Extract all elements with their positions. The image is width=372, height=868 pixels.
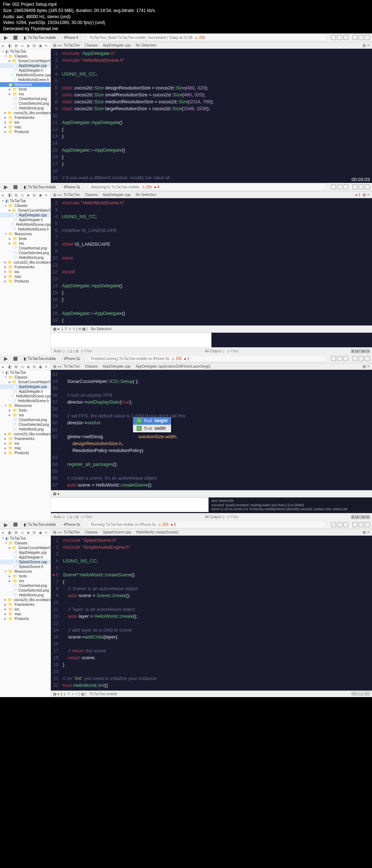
folder-Classes[interactable]: ▼Classes [0, 375, 50, 380]
project-navigator[interactable]: ▸◧⊞⚠◈⊟◉≡▼◧ TicTacToe▼Classes▶SonarCocosH… [0, 529, 51, 697]
folder-Frameworks[interactable]: ▶Frameworks [0, 115, 50, 120]
filter-input[interactable]: ⊙ Filter [78, 349, 95, 353]
code-body[interactable]: SonarCocosHelper::IOS::Setup( ); // turn… [60, 370, 372, 490]
auto-filter[interactable]: Auto ◇ [54, 349, 65, 353]
folder-mac[interactable]: ▶mac [0, 274, 50, 279]
item-CloseNormal.png[interactable]: CloseNormal.png [0, 583, 50, 588]
item-CloseSelected.png[interactable]: CloseSelected.png [0, 101, 50, 106]
warning-count[interactable]: ⚠ 255 [171, 357, 182, 361]
code-editor[interactable]: 12345678910111213141516171819202122 #inc… [51, 536, 372, 691]
project-root[interactable]: ▼◧ TicTacToe [0, 536, 50, 541]
variables-view[interactable] [51, 333, 211, 347]
breadcrumb-seg[interactable]: HelloWorld::createScene() [136, 530, 179, 534]
folder-Frameworks[interactable]: ▶Frameworks [0, 265, 50, 269]
jump-bar-icons[interactable]: ▦ ◂ ▸ [53, 530, 62, 534]
error-count[interactable]: ● 4 [154, 185, 159, 189]
warning-count[interactable]: ⚠ 255 [195, 36, 205, 40]
scheme-selector[interactable]: ◧ TicTacToe-mobile 〉 ▫ iPhone 5s [21, 522, 83, 527]
console-output[interactable]: size: 640x1136cocos2d: QuadCommand: resi… [209, 497, 372, 513]
item-SonarCocosHelperCPP[interactable]: ▶SonarCocosHelperCPP [0, 380, 50, 384]
item-HelloWorldScene.cpp[interactable]: HelloWorldScene.cpp [0, 222, 50, 227]
filter-input[interactable]: ⊙ Filter [78, 515, 95, 519]
run-button[interactable]: ▶ [2, 183, 9, 191]
item-res[interactable]: ▶res [0, 413, 50, 417]
folder-cocos2d_libs.xcodeproj[interactable]: ▶cocos2d_libs.xcodeproj [0, 111, 50, 115]
item-AppDelegate.cpp[interactable]: AppDelegate.cpp [0, 384, 50, 389]
activity-view[interactable]: Finished running TicTacToe-mobile on iPh… [88, 355, 326, 362]
code-body[interactable]: #include "HelloWorldScene.h"USING_NS_CC;… [60, 198, 372, 325]
breadcrumb-seg[interactable]: No Selection [136, 43, 157, 47]
item-fonts[interactable]: ▶fonts [0, 408, 50, 413]
console-view[interactable] [211, 333, 372, 347]
item-AppDelegate.cpp[interactable]: AppDelegate.cpp [0, 550, 50, 555]
breadcrumb-seg[interactable]: AppDelegate::applicationDidFinishLaunchi… [136, 364, 211, 368]
folder-ios[interactable]: ▶ios [0, 269, 50, 274]
navigator-tabs[interactable]: ▸◧⊞⚠◈⊟◉≡ [0, 192, 50, 199]
folder-Classes[interactable]: ▼Classes [0, 203, 50, 208]
project-root[interactable]: ▼◧ TicTacToe [0, 199, 50, 203]
scheme-selector[interactable]: ◧ TicTacToe-mobile 〉 ▫ iPhone 5s [21, 184, 83, 190]
item-fonts[interactable]: ▶fonts [0, 574, 50, 579]
project-navigator[interactable]: ▸◧⊞⚠◈⊟◉≡▼◧ TicTacToe▼Classes▶SonarCocosH… [0, 363, 51, 520]
breadcrumb-seg[interactable]: SplashScene.cpp [103, 530, 131, 534]
code-body[interactable]: #include "SplashScene.h"#include "Simple… [61, 536, 372, 691]
output-filter[interactable]: All Output ◇ [205, 515, 225, 519]
item-HelloWorldScene.h[interactable]: HelloWorldScene.h [0, 399, 50, 403]
jump-bar-icons[interactable]: ▦ ◂ ▸ [53, 193, 62, 197]
item-HelloWorldScene.h[interactable]: HelloWorldScene.h [0, 77, 50, 82]
item-AppDelegate.h[interactable]: AppDelegate.h [0, 389, 50, 394]
breadcrumb-seg[interactable]: TicTacToe [64, 43, 80, 47]
item-HelloWorld.png[interactable]: HelloWorld.png [0, 106, 50, 111]
file-error-count[interactable]: ● 1 [355, 193, 360, 197]
item-HelloWorld.png[interactable]: HelloWorld.png [0, 593, 50, 597]
navigator-tabs[interactable]: ▸◧⊞⚠◈⊟◉≡ [0, 364, 50, 370]
item-SonarCocosHelperCPP[interactable]: ▶SonarCocosHelperCPP [0, 59, 50, 63]
item-CloseNormal.png[interactable]: CloseNormal.png [0, 246, 50, 251]
activity-view[interactable]: Running TicTacToe-mobile on iPhone 5s⚠ 2… [88, 521, 326, 528]
line-gutter[interactable]: 535455565758596061626364656667 [51, 370, 60, 490]
project-root[interactable]: ▼◧ TicTacToe [0, 49, 50, 54]
folder-Resources[interactable]: ▼Resources [0, 232, 50, 236]
line-gutter[interactable]: 12345678910111213141516171819202122 [51, 536, 61, 691]
item-CloseNormal.png[interactable]: CloseNormal.png [0, 417, 50, 422]
editor-mode-buttons[interactable] [331, 356, 370, 361]
process-name[interactable]: TicTacToe-mobile [89, 692, 117, 696]
project-navigator[interactable]: ▸◧⊞⚠◈⊟◉≡▼◧ TicTacToe▼Classes▶SonarCocosH… [0, 42, 51, 183]
code-editor[interactable]: 2345678910111213141516171819 #include "H… [51, 198, 372, 325]
item-SonarCocosHelperCPP[interactable]: ▶SonarCocosHelperCPP [0, 208, 50, 213]
editor-mode-buttons[interactable] [331, 35, 370, 40]
item-res[interactable]: ▶res [0, 92, 50, 96]
warning-count[interactable]: ⚠ 255 [142, 185, 152, 189]
item-res[interactable]: ▶res [0, 241, 50, 246]
item-HelloWorld.png[interactable]: HelloWorld.png [0, 255, 50, 260]
scheme-selector[interactable]: ◧ TicTacToe-mobile 〉 ▫ iPhone 6 [21, 35, 81, 40]
item-AppDelegate.h[interactable]: AppDelegate.h [0, 217, 50, 222]
folder-Classes[interactable]: ▼Classes [0, 54, 50, 59]
item-res[interactable]: ▶res [0, 579, 50, 583]
breadcrumb-seg[interactable]: TicTacToe [64, 530, 80, 534]
item-HelloWorldScene.cpp[interactable]: HelloWorldScene.cpp [0, 394, 50, 399]
folder-Resources[interactable]: ▼Resources [0, 403, 50, 408]
line-gutter[interactable]: 12345678910111213141516171819 [51, 49, 60, 183]
folder-cocos2d_libs.xcodeproj[interactable]: ▶cocos2d_libs.xcodeproj [0, 260, 50, 265]
folder-Products[interactable]: ▶Products [0, 129, 50, 134]
folder-Frameworks[interactable]: ▶Frameworks [0, 602, 50, 607]
item-SonarCocosHelperCPP[interactable]: ▶SonarCocosHelperCPP [0, 545, 50, 550]
jump-bar-icons[interactable]: ▦ ◂ ▸ [53, 364, 62, 368]
jump-bar-icons[interactable]: ▦ ◂ ▸ [53, 43, 62, 47]
navigator-tabs[interactable]: ▸◧⊞⚠◈⊟◉≡ [0, 530, 50, 536]
breadcrumb-seg[interactable]: Classes [85, 530, 98, 534]
stop-button[interactable] [12, 355, 19, 362]
folder-Classes[interactable]: ▼Classes [0, 541, 50, 545]
item-fonts[interactable]: ▶fonts [0, 236, 50, 241]
run-button[interactable]: ▶ [2, 34, 9, 41]
folder-Products[interactable]: ▶Products [0, 451, 50, 455]
debug-controls[interactable]: ▦ ● ⤓ ⤒ ⤴ ⤵ | ⟲ ▦ | [53, 327, 87, 331]
editor-mode-buttons[interactable] [331, 184, 370, 189]
breadcrumb-seg[interactable]: No Selection [136, 193, 157, 197]
item-AppDelegate.cpp[interactable]: AppDelegate.cpp [0, 213, 50, 217]
breadcrumb-seg[interactable]: Classes [85, 193, 98, 197]
item-SplashScene.h[interactable]: SplashScene.h [0, 564, 50, 569]
breadcrumb-seg[interactable]: AppDelegate.cpp [103, 364, 131, 368]
item-HelloWorldScene.h[interactable]: HelloWorldScene.h [0, 227, 50, 232]
